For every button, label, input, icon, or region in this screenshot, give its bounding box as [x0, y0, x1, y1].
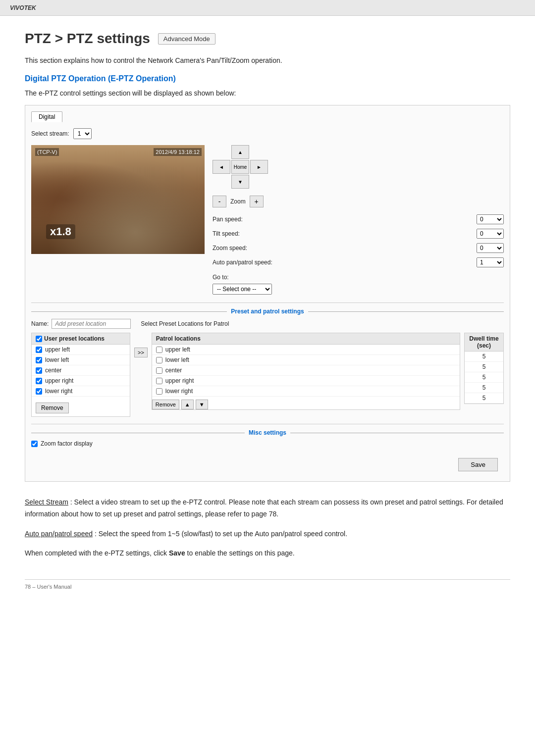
patrol-checkbox-4[interactable]: [156, 388, 162, 395]
panel: Digital Select stream: 1 2 (TCP-V) 2012/…: [25, 105, 510, 482]
pan-speed-label: Pan speed:: [213, 216, 243, 223]
dwell-row-3: 5: [465, 383, 503, 393]
tilt-speed-select[interactable]: 012345: [477, 229, 504, 239]
lists-row: User preset locations upper left lower l…: [31, 333, 504, 417]
zoom-factor-checkbox[interactable]: [31, 441, 38, 447]
save-row: Save: [31, 454, 504, 475]
zoom-speed-select[interactable]: 012345: [477, 243, 504, 253]
page-title: PTZ > PTZ settings: [25, 31, 150, 47]
list-item: lower right: [32, 386, 130, 397]
pan-speed-select[interactable]: 012345: [477, 214, 504, 224]
dwell-row-0: 5: [465, 352, 503, 362]
zoom-minus-btn[interactable]: -: [213, 196, 226, 207]
zoom-speed-label: Zoom speed:: [213, 245, 247, 252]
tab-digital[interactable]: Digital: [31, 111, 62, 122]
desc-select-stream-text: : Select a video stream to set up the e-…: [25, 498, 503, 518]
main-content: PTZ > PTZ settings Advanced Mode This se…: [0, 16, 535, 605]
transfer-btn[interactable]: >>: [134, 348, 148, 357]
pan-speed-row: Pan speed: 012345: [213, 214, 504, 224]
auto-pan-term: Auto pan/patrol speed: [25, 530, 93, 538]
dwell-time-col: Dwell time (sec) 5 5 5 5 5: [464, 333, 504, 404]
tab-row: Digital: [31, 111, 504, 122]
patrol-item: upper right: [152, 376, 460, 386]
patrol-up-btn[interactable]: ▲: [181, 400, 194, 409]
left-arrow-btn[interactable]: ◄: [213, 160, 230, 174]
misc-row: Zoom factor display: [31, 440, 504, 447]
patrol-checkbox-0[interactable]: [156, 347, 162, 353]
patrol-checkbox-2[interactable]: [156, 367, 162, 374]
patrol-checkbox-3[interactable]: [156, 378, 162, 384]
preset-checkbox-0[interactable]: [36, 347, 42, 353]
name-input[interactable]: [52, 319, 131, 329]
list-item: upper left: [32, 345, 130, 355]
preset-checkbox-1[interactable]: [36, 357, 42, 363]
camera-zoom-badge: x1.8: [46, 224, 75, 239]
goto-select[interactable]: -- Select one --: [213, 284, 272, 295]
desc-section: Select Stream : Select a video stream to…: [25, 497, 510, 559]
preset-checkbox-3[interactable]: [36, 378, 42, 384]
down-arrow-btn[interactable]: ▼: [231, 175, 249, 189]
auto-pan-select[interactable]: 12345: [477, 257, 504, 267]
zoom-plus-btn[interactable]: +: [250, 196, 264, 207]
footer: 78 – User's Manual: [25, 579, 510, 590]
ptz-controls-section: ▲ ◄ Home ► ▼ - Zoom + Pan speed: [213, 145, 504, 295]
page-title-row: PTZ > PTZ settings Advanced Mode: [25, 31, 510, 47]
camera-feed: (TCP-V) 2012/4/9 13:18:12 x1.8: [31, 145, 205, 254]
patrol-remove-btn[interactable]: Remove: [152, 400, 179, 409]
zoom-row: - Zoom +: [213, 196, 504, 207]
list-item: center center: [32, 365, 130, 376]
preset-checkbox-4[interactable]: [36, 388, 42, 395]
list-item: upper right: [32, 376, 130, 386]
save-btn[interactable]: Save: [458, 458, 498, 471]
preset-section-title: Preset and patrol settings: [31, 308, 504, 315]
patrol-bottom-btns: Remove ▲ ▼: [152, 400, 460, 409]
transfer-col: >>: [134, 333, 148, 359]
goto-select-row: -- Select one --: [213, 284, 504, 295]
patrol-checkbox-1[interactable]: [156, 357, 162, 363]
patrol-item: upper left: [152, 345, 460, 355]
stream-select-row: Select stream: 1 2: [31, 128, 504, 139]
user-presets-remove-btn[interactable]: Remove: [36, 403, 69, 413]
auto-pan-label: Auto pan/patrol speed:: [213, 259, 272, 266]
goto-label: Go to:: [213, 274, 229, 281]
select-preset-label: Select Preset Locations for Patrol: [141, 320, 229, 327]
select-stream-term: Select Stream: [25, 498, 68, 506]
sub-intro: The e-PTZ control settings section will …: [25, 89, 510, 97]
list-item: lower left: [32, 355, 130, 365]
patrol-item: lower left: [152, 355, 460, 365]
tilt-speed-row: Tilt speed: 012345: [213, 229, 504, 239]
patrol-header: Patrol locations: [152, 333, 460, 345]
dwell-row-2: 5: [465, 372, 503, 383]
user-presets-all-checkbox[interactable]: [36, 336, 42, 342]
dwell-time-header: Dwell time (sec): [465, 333, 503, 352]
desc-save-bold: Save: [169, 549, 185, 557]
right-arrow-btn[interactable]: ►: [250, 160, 268, 174]
stream-select[interactable]: 1 2: [73, 128, 92, 139]
user-presets-header: User preset locations: [32, 333, 130, 345]
patrol-down-btn[interactable]: ▼: [196, 400, 208, 409]
intro-text: This section explains how to control the…: [25, 56, 510, 64]
user-presets-body: upper left lower left center center: [32, 345, 130, 397]
tilt-speed-label: Tilt speed:: [213, 230, 240, 237]
ptz-arrows: ▲ ◄ Home ► ▼: [213, 145, 504, 189]
preset-checkbox-2[interactable]: [36, 367, 42, 374]
dwell-row-1: 5: [465, 362, 503, 372]
desc-save-after: to enable the settings on this page.: [187, 549, 295, 557]
desc-auto-pan: Auto pan/patrol speed : Select the speed…: [25, 528, 510, 540]
home-btn[interactable]: Home: [231, 160, 249, 174]
camera-controls-row: (TCP-V) 2012/4/9 13:18:12 x1.8 ▲ ◄ Home …: [31, 145, 504, 295]
camera-overlay-label: (TCP-V): [35, 148, 59, 156]
desc-save-before: When completed with the e-PTZ settings, …: [25, 549, 169, 557]
section-title: Digital PTZ Operation (E-PTZ Operation): [25, 74, 510, 83]
patrol-body: upper left lower left center upper: [152, 345, 460, 397]
preset-section: Preset and patrol settings Name: Select …: [31, 302, 504, 417]
desc-save: When completed with the e-PTZ settings, …: [25, 548, 510, 559]
zoom-speed-row: Zoom speed: 012345: [213, 243, 504, 253]
misc-section: Misc settings Zoom factor display: [31, 424, 504, 447]
desc-select-stream: Select Stream : Select a video stream to…: [25, 497, 510, 520]
patrol-col: Patrol locations upper left lower left: [152, 333, 460, 410]
up-arrow-btn[interactable]: ▲: [231, 145, 249, 159]
top-bar: VIVOTEK: [0, 0, 535, 16]
patrol-item: center: [152, 365, 460, 376]
advanced-mode-badge: Advanced Mode: [158, 33, 215, 45]
